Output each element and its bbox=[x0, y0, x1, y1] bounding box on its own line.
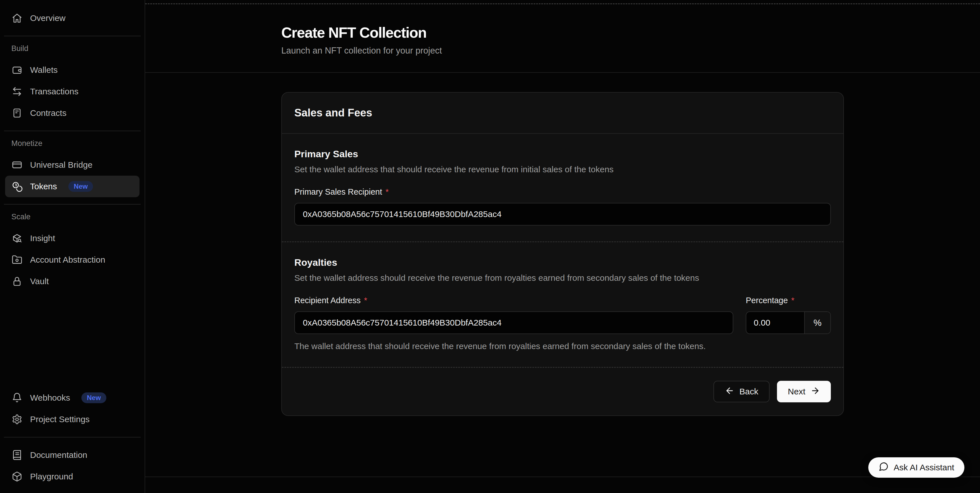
royalties-percentage-input[interactable] bbox=[746, 312, 804, 333]
next-button[interactable]: Next bbox=[777, 381, 831, 402]
cube-icon bbox=[11, 471, 23, 482]
arrow-right-icon bbox=[810, 386, 820, 398]
royalties-heading: Royalties bbox=[294, 257, 831, 268]
home-icon bbox=[11, 13, 23, 24]
account-abstraction-icon bbox=[11, 254, 23, 265]
sidebar-item-universal-bridge[interactable]: Universal Bridge bbox=[5, 154, 140, 176]
sidebar-item-label: Transactions bbox=[30, 87, 78, 96]
page-content: Sales and Fees Primary Sales Set the wal… bbox=[145, 73, 980, 493]
gear-icon bbox=[11, 414, 23, 425]
primary-sales-recipient-label: Primary Sales Recipient * bbox=[294, 187, 831, 197]
primary-sales-recipient-input[interactable] bbox=[294, 203, 831, 225]
card-footer: Back Next bbox=[282, 367, 843, 415]
new-badge: New bbox=[81, 392, 106, 403]
sidebar-divider bbox=[4, 36, 141, 36]
sidebar-item-label: Account Abstraction bbox=[30, 255, 105, 265]
sidebar-item-label: Project Settings bbox=[30, 415, 90, 424]
sidebar-item-label: Overview bbox=[30, 13, 65, 23]
primary-sales-section: Primary Sales Set the wallet address tha… bbox=[282, 134, 843, 241]
sidebar-item-contracts[interactable]: Contracts bbox=[5, 102, 140, 124]
arrow-left-icon bbox=[725, 386, 735, 398]
sidebar-item-label: Contracts bbox=[30, 108, 66, 118]
required-asterisk: * bbox=[364, 296, 367, 305]
royalties-section: Royalties Set the wallet address should … bbox=[282, 242, 843, 367]
page-subtitle: Launch an NFT collection for your projec… bbox=[281, 46, 844, 56]
sidebar-item-overview[interactable]: Overview bbox=[5, 7, 140, 29]
sidebar-item-label: Documentation bbox=[30, 450, 88, 460]
back-button[interactable]: Back bbox=[713, 381, 770, 402]
sidebar-item-insight[interactable]: Insight bbox=[5, 228, 140, 249]
sidebar-item-webhooks[interactable]: Webhooks New bbox=[5, 387, 140, 409]
required-asterisk: * bbox=[385, 187, 388, 197]
page-header: Create NFT Collection Launch an NFT coll… bbox=[145, 4, 980, 73]
primary-sales-heading: Primary Sales bbox=[294, 149, 831, 160]
sales-and-fees-card: Sales and Fees Primary Sales Set the wal… bbox=[281, 92, 844, 416]
insight-box-icon bbox=[11, 233, 23, 244]
bridge-card-icon bbox=[11, 159, 23, 171]
sidebar-item-project-settings[interactable]: Project Settings bbox=[5, 409, 140, 430]
percentage-input-group: % bbox=[746, 311, 831, 334]
sidebar-item-documentation[interactable]: Documentation bbox=[5, 444, 140, 466]
vault-lock-icon bbox=[11, 276, 23, 287]
main-area: Create NFT Collection Launch an NFT coll… bbox=[145, 0, 980, 493]
coins-icon bbox=[11, 181, 23, 192]
new-badge: New bbox=[68, 181, 93, 192]
bell-icon bbox=[11, 392, 23, 403]
sidebar-divider bbox=[4, 204, 141, 204]
transactions-icon bbox=[11, 86, 23, 97]
card-header: Sales and Fees bbox=[282, 93, 843, 134]
sidebar-item-label: Insight bbox=[30, 233, 55, 243]
book-icon bbox=[11, 449, 23, 461]
royalties-percentage-label: Percentage * bbox=[746, 296, 831, 305]
page-title: Create NFT Collection bbox=[281, 24, 844, 41]
sidebar-item-label: Tokens bbox=[30, 182, 57, 191]
royalties-helper-text: The wallet address that should receive t… bbox=[294, 341, 831, 351]
sidebar-divider bbox=[4, 437, 141, 438]
sidebar-section-monetize: Monetize bbox=[5, 138, 140, 154]
sidebar-item-vault[interactable]: Vault bbox=[5, 271, 140, 292]
percent-suffix: % bbox=[804, 312, 830, 333]
sidebar-item-label: Wallets bbox=[30, 65, 57, 75]
royalties-recipient-label: Recipient Address * bbox=[294, 296, 733, 305]
app-root: Overview Build Wallets Transactions bbox=[0, 0, 980, 493]
primary-sales-description: Set the wallet address that should recei… bbox=[294, 165, 831, 174]
contract-icon bbox=[11, 108, 23, 119]
chat-bubble-icon bbox=[878, 461, 889, 474]
sidebar-item-wallets[interactable]: Wallets bbox=[5, 59, 140, 81]
bottom-border-line bbox=[145, 477, 980, 477]
sidebar-item-label: Playground bbox=[30, 472, 73, 481]
sidebar-item-tokens[interactable]: Tokens New bbox=[5, 176, 140, 197]
sidebar-section-build: Build bbox=[5, 43, 140, 59]
sidebar-divider bbox=[4, 131, 141, 131]
sidebar-item-transactions[interactable]: Transactions bbox=[5, 81, 140, 102]
sidebar: Overview Build Wallets Transactions bbox=[0, 0, 145, 493]
sidebar-section-scale: Scale bbox=[5, 211, 140, 228]
royalties-description: Set the wallet address should receive th… bbox=[294, 273, 831, 283]
sidebar-item-label: Vault bbox=[30, 277, 49, 286]
required-asterisk: * bbox=[791, 296, 794, 305]
ask-ai-assistant-button[interactable]: Ask AI Assistant bbox=[868, 457, 964, 478]
card-title: Sales and Fees bbox=[294, 107, 831, 119]
wallet-icon bbox=[11, 64, 23, 76]
sidebar-spacer bbox=[0, 292, 145, 387]
sidebar-item-label: Webhooks bbox=[30, 393, 70, 403]
sidebar-item-playground[interactable]: Playground bbox=[5, 466, 140, 487]
royalties-recipient-input[interactable] bbox=[294, 311, 733, 334]
sidebar-item-label: Universal Bridge bbox=[30, 160, 92, 170]
sidebar-item-account-abstraction[interactable]: Account Abstraction bbox=[5, 249, 140, 271]
